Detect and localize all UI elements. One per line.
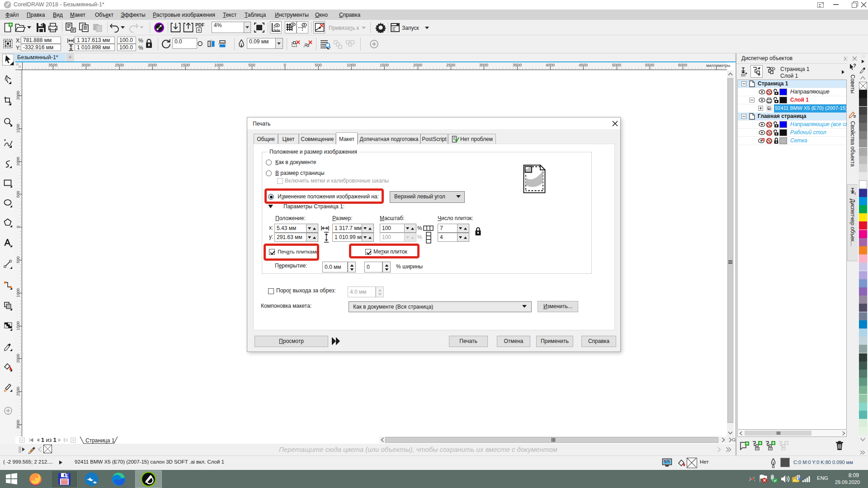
svg-text:i: i (799, 478, 799, 480)
svg-text:?: ? (853, 63, 856, 68)
svg-text:E: E (66, 474, 69, 479)
